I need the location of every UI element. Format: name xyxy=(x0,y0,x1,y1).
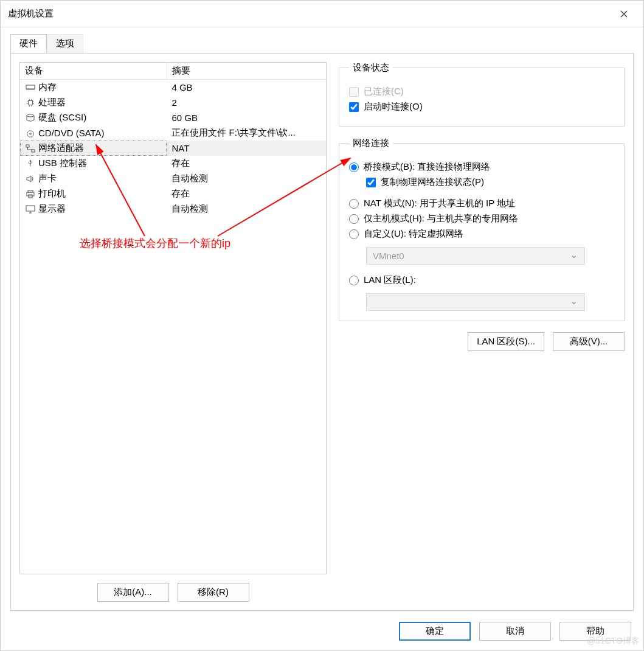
hostonly-radio[interactable]: 仅主机模式(H): 与主机共享的专用网络 xyxy=(349,213,614,225)
device-row[interactable]: 显示器自动检测 xyxy=(20,201,326,217)
device-name: CD/DVD (SATA) xyxy=(38,128,105,138)
device-name: 内存 xyxy=(38,82,57,92)
memory-icon xyxy=(25,82,36,92)
device-state-group: 设备状态 已连接(C) 启动时连接(O) xyxy=(339,62,625,127)
device-row[interactable]: 处理器2 xyxy=(20,95,326,110)
device-summary-cell: 自动检测 xyxy=(167,171,326,186)
device-name: USB 控制器 xyxy=(38,158,87,168)
svg-rect-6 xyxy=(32,150,35,152)
custom-input[interactable] xyxy=(349,229,359,239)
device-name-cell: 显示器 xyxy=(20,201,167,217)
svg-rect-5 xyxy=(26,145,29,147)
close-button[interactable] xyxy=(612,2,636,26)
ok-button[interactable]: 确定 xyxy=(399,622,471,641)
add-button[interactable]: 添加(A)... xyxy=(97,583,169,602)
connect-at-poweron-input[interactable] xyxy=(349,102,359,112)
left-button-row: 添加(A)... 移除(R) xyxy=(19,583,327,602)
device-name: 处理器 xyxy=(38,97,66,107)
device-row[interactable]: 声卡自动检测 xyxy=(20,171,326,186)
close-icon xyxy=(620,10,628,18)
cpu-icon xyxy=(25,97,36,107)
bridged-input[interactable] xyxy=(349,162,359,172)
lan-segments-button[interactable]: LAN 区段(S)... xyxy=(468,332,544,351)
device-name: 硬盘 (SCSI) xyxy=(38,112,86,122)
svg-point-2 xyxy=(27,114,34,117)
help-button[interactable]: 帮助 xyxy=(559,622,631,641)
lan-select xyxy=(366,293,585,311)
connected-checkbox: 已连接(C) xyxy=(349,86,614,97)
device-name: 显示器 xyxy=(38,203,66,214)
device-summary-cell: NAT xyxy=(167,141,326,156)
dialog-footer: 确定 取消 帮助 xyxy=(1,616,643,650)
replicate-input[interactable] xyxy=(366,178,376,187)
col-device[interactable]: 设备 xyxy=(20,63,167,80)
custom-select: VMnet0 xyxy=(366,247,585,265)
sound-icon xyxy=(25,173,36,183)
svg-rect-11 xyxy=(26,206,35,211)
svg-rect-0 xyxy=(26,85,35,89)
connected-input xyxy=(349,87,359,97)
tabstrip: 硬件 选项 xyxy=(1,27,643,53)
device-row[interactable]: 网络适配器NAT xyxy=(20,141,326,156)
annotation-text: 选择桥接模式会分配一个新的ip xyxy=(80,236,230,251)
device-list[interactable]: 设备 摘要 内存4 GB处理器2硬盘 (SCSI)60 GBCD/DVD (SA… xyxy=(19,62,327,574)
nat-radio[interactable]: NAT 模式(N): 用于共享主机的 IP 地址 xyxy=(349,198,614,209)
device-name: 网络适配器 xyxy=(38,142,84,153)
printer-icon xyxy=(25,188,36,198)
custom-radio[interactable]: 自定义(U): 特定虚拟网络 xyxy=(349,228,614,240)
bridged-radio[interactable]: 桥接模式(B): 直接连接物理网络 xyxy=(349,161,614,173)
device-summary-cell: 存在 xyxy=(167,186,326,201)
nat-input[interactable] xyxy=(349,199,359,209)
device-row[interactable]: 内存4 GB xyxy=(20,80,326,96)
lan-input[interactable] xyxy=(349,276,359,285)
network-connection-legend: 网络连接 xyxy=(349,138,393,149)
device-name: 声卡 xyxy=(38,173,57,183)
device-summary-cell: 正在使用文件 F:\共享文件\软... xyxy=(167,125,326,141)
device-name-cell: 声卡 xyxy=(20,171,167,186)
device-name-cell: USB 控制器 xyxy=(20,156,167,171)
custom-label: 自定义(U): 特定虚拟网络 xyxy=(364,228,463,240)
device-row[interactable]: CD/DVD (SATA)正在使用文件 F:\共享文件\软... xyxy=(20,125,326,141)
device-name-cell: 处理器 xyxy=(20,95,167,110)
device-summary-cell: 存在 xyxy=(167,156,326,171)
custom-select-wrap: VMnet0 xyxy=(366,247,585,265)
device-summary-cell: 2 xyxy=(167,95,326,110)
remove-button[interactable]: 移除(R) xyxy=(178,583,249,602)
device-row[interactable]: 硬盘 (SCSI)60 GB xyxy=(20,110,326,125)
device-name-cell: 硬盘 (SCSI) xyxy=(20,110,167,125)
svg-point-4 xyxy=(30,133,32,135)
tab-options[interactable]: 选项 xyxy=(47,34,83,54)
hostonly-input[interactable] xyxy=(349,214,359,224)
window-title: 虚拟机设置 xyxy=(8,8,612,19)
display-icon xyxy=(25,203,36,214)
svg-rect-9 xyxy=(27,192,34,196)
advanced-button[interactable]: 高级(V)... xyxy=(553,332,625,351)
connect-at-poweron-checkbox[interactable]: 启动时连接(O) xyxy=(349,101,614,113)
usb-icon xyxy=(25,158,36,168)
device-row[interactable]: USB 控制器存在 xyxy=(20,156,326,171)
right-column: 设备状态 已连接(C) 启动时连接(O) 网络连接 桥接模式(B): 直接连接物… xyxy=(339,62,625,602)
network-icon xyxy=(25,142,36,153)
device-summary-cell: 60 GB xyxy=(167,110,326,125)
lan-radio[interactable]: LAN 区段(L): xyxy=(349,274,614,286)
right-button-row: LAN 区段(S)... 高级(V)... xyxy=(339,332,625,351)
cancel-button[interactable]: 取消 xyxy=(479,622,551,641)
device-name-cell: 内存 xyxy=(20,80,167,96)
svg-rect-1 xyxy=(29,101,33,105)
tab-hardware[interactable]: 硬件 xyxy=(10,34,47,54)
replicate-checkbox[interactable]: 复制物理网络连接状态(P) xyxy=(366,176,614,188)
lan-label: LAN 区段(L): xyxy=(364,274,416,286)
disk-icon xyxy=(25,112,36,122)
device-state-legend: 设备状态 xyxy=(349,62,393,74)
connect-at-poweron-label: 启动时连接(O) xyxy=(364,101,423,113)
vm-settings-window: 虚拟机设置 硬件 选项 设备 摘要 内存4 GB处理器2硬盘 (SCSI)60 … xyxy=(0,0,644,651)
device-summary-cell: 4 GB xyxy=(167,80,326,96)
device-row[interactable]: 打印机存在 xyxy=(20,186,326,201)
replicate-label: 复制物理网络连接状态(P) xyxy=(381,176,484,188)
col-summary[interactable]: 摘要 xyxy=(167,63,326,80)
tab-body: 设备 摘要 内存4 GB处理器2硬盘 (SCSI)60 GBCD/DVD (SA… xyxy=(10,53,634,611)
nat-label: NAT 模式(N): 用于共享主机的 IP 地址 xyxy=(364,198,515,209)
connected-label: 已连接(C) xyxy=(364,86,404,97)
hostonly-label: 仅主机模式(H): 与主机共享的专用网络 xyxy=(364,213,518,225)
lan-select-wrap xyxy=(366,293,585,311)
